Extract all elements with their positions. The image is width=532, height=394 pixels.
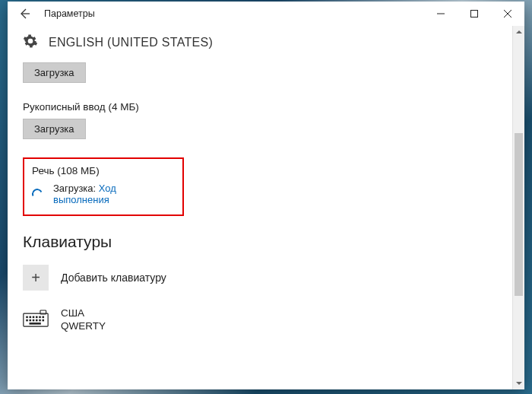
close-button[interactable] [491, 2, 524, 26]
svg-rect-15 [30, 323, 41, 325]
svg-rect-8 [43, 316, 45, 318]
svg-rect-12 [36, 319, 38, 322]
keyboards-heading: Клавиатуры [23, 233, 509, 251]
plus-icon: + [23, 265, 49, 291]
page-header: ENGLISH (UNITED STATES) [8, 26, 524, 62]
maximize-button[interactable] [458, 2, 491, 26]
speech-section: Речь (108 МБ) Загрузка: Ход выполнения [23, 157, 184, 216]
spinner-icon [30, 187, 44, 201]
window-title: Параметры [44, 8, 95, 19]
back-button[interactable] [11, 2, 38, 26]
svg-rect-3 [26, 316, 28, 318]
keyboard-icon [23, 310, 49, 331]
keyboard-item[interactable]: США QWERTY [23, 307, 509, 333]
handwriting-download-button[interactable]: Загрузка [23, 119, 86, 139]
speech-status-prefix: Загрузка: [53, 183, 96, 194]
add-keyboard-button[interactable]: + Добавить клавиатуру [23, 265, 509, 291]
language-title: ENGLISH (UNITED STATES) [49, 36, 213, 49]
svg-rect-0 [471, 11, 478, 17]
svg-rect-6 [36, 316, 38, 318]
keyboard-layout: QWERTY [61, 320, 106, 333]
scrollbar[interactable] [512, 26, 524, 389]
svg-rect-14 [43, 319, 45, 322]
handwriting-label: Рукописный ввод (4 МБ) [23, 101, 509, 113]
svg-rect-7 [39, 316, 41, 318]
scroll-down-icon[interactable] [513, 377, 524, 389]
content-area: Загрузка Рукописный ввод (4 МБ) Загрузка… [8, 62, 524, 389]
svg-rect-5 [33, 316, 35, 318]
svg-rect-4 [30, 316, 32, 318]
svg-rect-9 [26, 319, 28, 322]
scroll-up-icon[interactable] [513, 26, 524, 38]
keyboard-name: США [61, 307, 106, 320]
minimize-button[interactable] [424, 2, 458, 26]
svg-rect-11 [33, 319, 35, 322]
scroll-thumb[interactable] [515, 133, 523, 296]
title-bar: Параметры [8, 2, 524, 26]
speech-label: Речь (108 МБ) [32, 165, 175, 176]
download-button[interactable]: Загрузка [23, 62, 86, 83]
gear-icon [23, 33, 38, 52]
svg-rect-10 [30, 319, 32, 322]
add-keyboard-label: Добавить клавиатуру [61, 272, 166, 284]
svg-rect-13 [39, 319, 41, 322]
